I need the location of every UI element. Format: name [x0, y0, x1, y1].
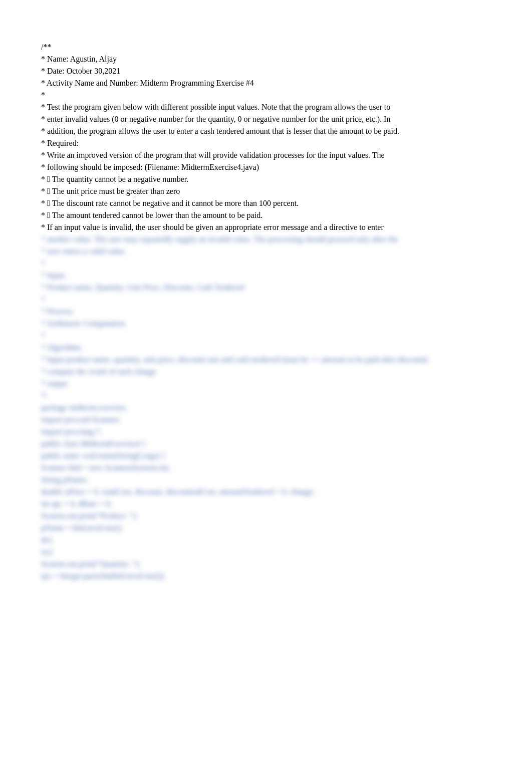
code-line: do{: [41, 534, 491, 546]
code-line: *: [41, 89, 491, 101]
code-line: pName = kbd.nextLine();: [41, 522, 491, 534]
code-line: * user enters a valid value.: [41, 245, 491, 257]
code-line: System.out.print("Quantity: ");: [41, 558, 491, 570]
code-line: import java.util.Scanner;: [41, 414, 491, 426]
code-line: public static void main(String[] args) {: [41, 450, 491, 462]
code-line: * Activity Name and Number: Midterm Prog…: [41, 77, 491, 89]
code-line: *: [41, 330, 491, 342]
code-line: * Process:: [41, 306, 491, 318]
code-line: public class MidtermExercise4 {: [41, 438, 491, 450]
code-line: * following should be imposed: (Filename…: [41, 161, 491, 173]
code-line: Scanner kbd = new Scanner(System.in);: [41, 462, 491, 474]
blurred-code-block: * another value. The user may repeatedly…: [41, 233, 491, 582]
code-line: * Name: Agustin, Aljay: [41, 53, 491, 65]
code-line: *  The amount tendered cannot be lower …: [41, 209, 491, 221]
code-line: * enter invalid values (0 or negative nu…: [41, 113, 491, 125]
code-line: * Input product name, quantity, unit pri…: [41, 354, 491, 366]
code-line: * output: [41, 378, 491, 390]
document-page: /** * Name: Agustin, Aljay * Date: Octob…: [0, 0, 532, 602]
code-line: /**: [41, 41, 491, 53]
code-line: qty = Integer.parseInt(kbd.nextLine());: [41, 570, 491, 582]
code-line: * Input:: [41, 270, 491, 282]
code-line: * Arithmetic Computation: [41, 318, 491, 330]
code-line: *  The unit price must be greater than …: [41, 185, 491, 197]
code-line: *: [41, 294, 491, 306]
code-line: * Required:: [41, 137, 491, 149]
code-line: double uPrice = 0, totalCost, discount, …: [41, 486, 491, 498]
code-line: * another value. The user may repeatedly…: [41, 233, 491, 245]
code-line: package midterm.exercise;: [41, 402, 491, 414]
code-line: * Product name, Quantity, Unit Price, Di…: [41, 282, 491, 294]
code-line: System.out.print("Product: ");: [41, 510, 491, 522]
code-line: * compute the result of each change: [41, 366, 491, 378]
code-line: * addition, the program allows the user …: [41, 125, 491, 137]
code-line: *  The quantity cannot be a negative nu…: [41, 173, 491, 185]
visible-code-block: /** * Name: Agustin, Aljay * Date: Octob…: [41, 41, 491, 233]
code-line: * If an input value is invalid, the user…: [41, 221, 491, 233]
code-line: * Date: October 30,2021: [41, 65, 491, 77]
code-line: * Test the program given below with diff…: [41, 101, 491, 113]
code-line: * Algorithm:: [41, 342, 491, 354]
code-line: try{: [41, 546, 491, 558]
code-line: String pName;: [41, 474, 491, 486]
code-line: *  The discount rate cannot be negative…: [41, 197, 491, 209]
code-line: int qty = 0, dRate = 0;: [41, 498, 491, 510]
code-line: import java.lang.*;: [41, 426, 491, 438]
code-line: *: [41, 257, 491, 270]
code-line: */: [41, 390, 491, 402]
code-line: * Write an improved version of the progr…: [41, 149, 491, 161]
